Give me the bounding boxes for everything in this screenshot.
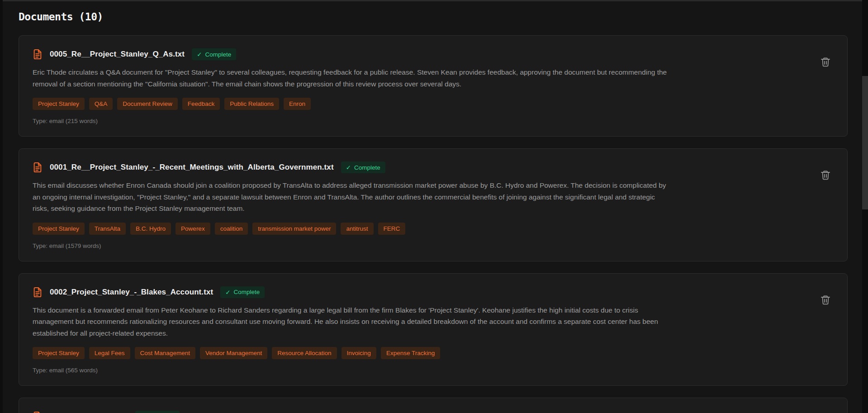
window-top-edge [0,0,868,1]
tag: Vendor Management [200,347,267,359]
tag: Invoicing [342,347,376,359]
tag: Resource Allocation [272,347,337,359]
card-header: 0005_Re__Project_Stanley_Q_As.txt ✓ Comp… [33,48,834,60]
document-list: 0005_Re__Project_Stanley_Q_As.txt ✓ Comp… [19,35,848,413]
file-text-icon [33,48,43,60]
trash-icon [820,170,831,180]
tag-list: Project StanleyTransAltaB.C. HydroPowere… [33,223,834,235]
trash-icon [820,294,831,305]
status-label: Complete [205,51,231,58]
file-text-icon [33,286,43,298]
tag: Cost Management [135,347,195,359]
tag-list: Project StanleyQ&ADocument ReviewFeedbac… [33,98,834,110]
status-badge: ✓ Complete [341,161,385,173]
file-text-icon [33,161,43,173]
document-filename: 0001_Re__Project_Stanley_-_Recent_Meetin… [50,163,334,172]
document-summary: Eric Thode circulates a Q&A document for… [33,66,670,90]
tag: Feedback [182,98,220,110]
tag: Document Review [117,98,178,110]
documents-page: Documents (10) [0,0,868,413]
scrollbar-track[interactable] [862,0,868,413]
window-left-edge [0,0,3,413]
status-badge: ✓ Complete [220,286,265,298]
tag: B.C. Hydro [130,223,171,235]
document-filename: 0002_Project_Stanley_-_Blakes_Account.tx… [50,288,213,297]
tag-list: Project StanleyLegal FeesCost Management… [33,347,834,359]
document-summary: This email discusses whether Enron Canad… [33,180,670,214]
document-card: 0002_Project_Stanley_-_Blakes_Account.tx… [19,273,848,386]
document-type-info: Type: email (1579 words) [33,242,834,249]
delete-document-button[interactable] [819,169,832,181]
tag: Public Relations [224,98,279,110]
tag: Powerex [175,223,210,235]
document-type-info: Type: email (215 words) [33,118,834,124]
delete-document-button[interactable] [819,56,832,68]
scrollbar-thumb[interactable] [862,76,868,209]
document-filename: 0005_Re__Project_Stanley_Q_As.txt [50,50,185,59]
tag: Expense Tracking [381,347,440,359]
tag: Project Stanley [33,98,85,110]
document-card: 0000_Re__Project.txt ✓ Complete [19,398,848,413]
tag: Q&A [89,98,113,110]
card-header: 0000_Re__Project.txt ✓ Complete [33,411,834,413]
status-label: Complete [354,164,380,171]
tag: Project Stanley [33,223,85,235]
tag: antitrust [341,223,373,235]
document-card: 0005_Re__Project_Stanley_Q_As.txt ✓ Comp… [19,35,848,137]
tag: coalition [215,223,248,235]
status-label: Complete [234,289,260,295]
tag: Legal Fees [89,347,130,359]
file-text-icon [33,411,43,413]
document-card: 0001_Re__Project_Stanley_-_Recent_Meetin… [19,148,848,261]
check-icon: ✓ [197,51,202,58]
tag: Enron [284,98,311,110]
trash-icon [820,57,831,67]
tag: TransAlta [89,223,126,235]
check-icon: ✓ [225,289,230,296]
tag: transmission market power [252,223,336,235]
delete-document-button[interactable] [819,294,832,306]
tag: FERC [378,223,406,235]
status-badge: ✓ Complete [192,48,236,60]
card-header: 0001_Re__Project_Stanley_-_Recent_Meetin… [33,161,834,173]
document-summary: This document is a forwarded email from … [33,304,670,339]
page-title: Documents (10) [19,11,848,23]
tag: Project Stanley [33,347,85,359]
status-badge: ✓ Complete [135,411,180,413]
card-header: 0002_Project_Stanley_-_Blakes_Account.tx… [33,286,834,298]
document-type-info: Type: email (565 words) [33,367,834,374]
check-icon: ✓ [346,164,351,171]
